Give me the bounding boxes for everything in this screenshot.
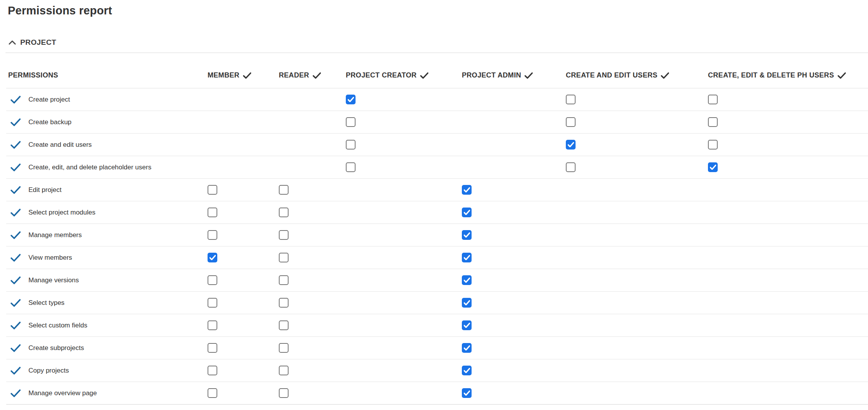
checkbox-member-select-types[interactable]: [208, 298, 217, 308]
checkbox-member-create-subprojects[interactable]: [208, 343, 217, 353]
check-all-icon[interactable]: [313, 72, 321, 79]
role-cell-reader: [279, 230, 346, 240]
checkbox-member-manage-overview-page[interactable]: [208, 388, 217, 398]
permission-check-icon[interactable]: [11, 96, 21, 104]
role-column-header-project-admin: PROJECT ADMIN: [462, 71, 566, 79]
checkbox-reader-create-subprojects[interactable]: [279, 343, 289, 353]
permission-label: Create subprojects: [28, 344, 84, 352]
checkbox-member-select-project-modules[interactable]: [208, 208, 217, 217]
role-cell-reader: [279, 388, 346, 398]
role-cell-reader: [279, 208, 346, 217]
checkbox-reader-manage-overview-page[interactable]: [279, 388, 289, 398]
permission-check-icon[interactable]: [11, 164, 21, 171]
permission-label: Create, edit, and delete placeholder use…: [28, 164, 151, 171]
checkbox-create-and-edit-users-create-edit-and-delete-placeholder-users[interactable]: [566, 162, 576, 172]
checkbox-project-admin-create-subprojects[interactable]: [462, 343, 472, 353]
checkbox-member-copy-projects[interactable]: [208, 366, 217, 375]
checkbox-create-and-edit-users-create-backup[interactable]: [566, 117, 576, 127]
permission-name-cell: Create and edit users: [6, 141, 208, 149]
permission-row-manage-overview-page: Manage overview page: [6, 382, 868, 405]
role-column-header-create-edit-delete-ph-users: CREATE, EDIT & DELETE PH USERS: [708, 71, 868, 79]
role-cell-member: [208, 275, 279, 285]
role-cell-project-admin: [462, 388, 566, 398]
checkbox-reader-manage-members[interactable]: [279, 230, 289, 240]
checkbox-member-manage-versions[interactable]: [208, 275, 217, 285]
checkbox-create-edit-delete-ph-users-create-and-edit-users[interactable]: [708, 140, 718, 150]
permission-check-icon[interactable]: [11, 367, 21, 375]
permission-name-cell: Manage members: [6, 231, 208, 239]
checkbox-project-admin-copy-projects[interactable]: [462, 366, 472, 375]
check-all-icon[interactable]: [243, 72, 251, 79]
permission-label: Manage versions: [28, 276, 79, 284]
checkbox-project-admin-manage-versions[interactable]: [462, 275, 472, 285]
permission-row-create-backup: Create backup: [6, 111, 868, 134]
checkbox-reader-select-project-modules[interactable]: [279, 208, 289, 217]
checkbox-project-creator-create-backup[interactable]: [346, 117, 356, 127]
checkbox-create-edit-delete-ph-users-create-backup[interactable]: [708, 117, 718, 127]
permission-check-icon[interactable]: [11, 209, 21, 216]
permission-name-cell: Create subprojects: [6, 344, 208, 352]
permission-label: Select project modules: [28, 209, 95, 216]
checkbox-create-edit-delete-ph-users-create-project[interactable]: [708, 95, 718, 104]
checkbox-project-admin-select-project-modules[interactable]: [462, 208, 472, 217]
checkbox-create-and-edit-users-create-project[interactable]: [566, 95, 576, 104]
permission-label: Manage overview page: [28, 389, 97, 397]
permission-row-create-edit-and-delete-placeholder-users: Create, edit, and delete placeholder use…: [6, 156, 868, 179]
checkbox-project-creator-create-project[interactable]: [346, 95, 356, 104]
checkbox-reader-select-types[interactable]: [279, 298, 289, 308]
role-column-header-project-creator: PROJECT CREATOR: [346, 71, 462, 79]
role-cell-project-admin: [462, 253, 566, 262]
role-cell-reader: [279, 320, 346, 330]
permission-check-icon[interactable]: [11, 118, 21, 126]
checkbox-member-edit-project[interactable]: [208, 185, 217, 195]
permission-check-icon[interactable]: [11, 389, 21, 397]
permission-check-icon[interactable]: [11, 231, 21, 239]
checkbox-reader-edit-project[interactable]: [279, 185, 289, 195]
check-all-icon[interactable]: [525, 72, 533, 79]
permission-name-cell: Create backup: [6, 118, 208, 126]
permission-check-icon[interactable]: [11, 141, 21, 149]
check-all-icon[interactable]: [661, 72, 669, 79]
checkbox-member-manage-members[interactable]: [208, 230, 217, 240]
role-header-label: PROJECT CREATOR: [346, 71, 417, 79]
role-column-header-create-and-edit-users: CREATE AND EDIT USERS: [566, 71, 708, 79]
checkbox-member-view-members[interactable]: [208, 253, 217, 262]
section-toggle-project[interactable]: PROJECT: [9, 37, 868, 48]
role-cell-project-creator: [346, 95, 462, 104]
permission-check-icon[interactable]: [11, 276, 21, 284]
permission-check-icon[interactable]: [11, 186, 21, 194]
role-cell-member: [208, 185, 279, 195]
checkbox-project-admin-view-members[interactable]: [462, 253, 472, 262]
checkbox-project-creator-create-edit-and-delete-placeholder-users[interactable]: [346, 162, 356, 172]
permission-label: View members: [28, 254, 72, 262]
permission-check-icon[interactable]: [11, 344, 21, 352]
permission-row-manage-versions: Manage versions: [6, 269, 868, 292]
checkbox-member-select-custom-fields[interactable]: [208, 320, 217, 330]
permission-row-select-project-modules: Select project modules: [6, 201, 868, 224]
permission-check-icon[interactable]: [11, 299, 21, 307]
role-cell-project-admin: [462, 275, 566, 285]
role-header-label: CREATE AND EDIT USERS: [566, 71, 657, 79]
permission-check-icon[interactable]: [11, 322, 21, 329]
checkbox-project-creator-create-and-edit-users[interactable]: [346, 140, 356, 150]
permission-check-icon[interactable]: [11, 254, 21, 262]
checkbox-project-admin-manage-overview-page[interactable]: [462, 388, 472, 398]
role-cell-create-edit-delete-ph-users: [708, 140, 868, 150]
checkbox-create-and-edit-users-create-and-edit-users[interactable]: [566, 140, 576, 150]
checkbox-create-edit-delete-ph-users-create-edit-and-delete-placeholder-users[interactable]: [708, 162, 718, 172]
checkbox-reader-view-members[interactable]: [279, 253, 289, 262]
checkbox-project-admin-edit-project[interactable]: [462, 185, 472, 195]
permission-name-cell: View members: [6, 254, 208, 262]
permission-row-view-members: View members: [6, 246, 868, 269]
role-cell-project-admin: [462, 185, 566, 195]
check-all-icon[interactable]: [420, 72, 428, 79]
checkbox-project-admin-select-types[interactable]: [462, 298, 472, 308]
checkbox-reader-select-custom-fields[interactable]: [279, 320, 289, 330]
check-all-icon[interactable]: [838, 72, 846, 79]
permission-label: Create backup: [28, 118, 72, 126]
permission-name-cell: Edit project: [6, 186, 208, 194]
checkbox-reader-manage-versions[interactable]: [279, 275, 289, 285]
checkbox-reader-copy-projects[interactable]: [279, 366, 289, 375]
checkbox-project-admin-select-custom-fields[interactable]: [462, 320, 472, 330]
checkbox-project-admin-manage-members[interactable]: [462, 230, 472, 240]
